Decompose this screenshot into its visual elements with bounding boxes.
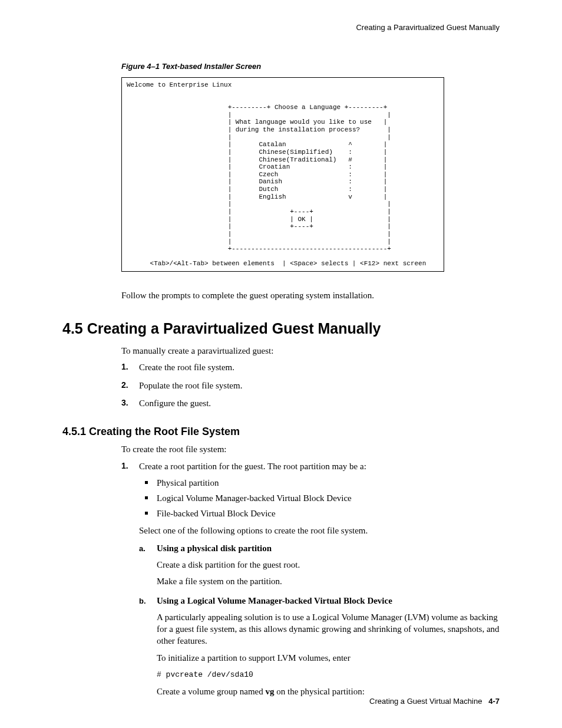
scroll-indicator: : [348,178,352,185]
scroll-indicator: : [348,149,352,156]
ok-button-frame: +----+ [290,223,313,230]
list-text: Populate the root file system. [139,381,242,390]
ok-button: | OK | [290,216,313,223]
lang-option: Chinese(Traditional) [259,156,336,163]
list-item: 2.Populate the root file system. [121,380,500,391]
scroll-indicator: ^ [348,141,352,148]
scroll-indicator: # [348,156,352,163]
option-a-heading: Using a physical disk partition [157,542,500,554]
text: Create a volume group named [157,687,266,696]
subsection-intro: To create the root file system: [121,443,500,455]
subsection-heading: 4.5.1 Creating the Root File System [62,424,500,439]
code-pvcreate: # pvcreate /dev/sda10 [157,670,500,680]
installer-help: <Tab>/<Alt-Tab> between elements | <Spac… [150,260,427,267]
scroll-indicator: v [348,193,352,200]
list-item: 1.Create the root file system. [121,361,500,373]
installer-prompt: during the installation process? [236,126,360,133]
lang-option: Czech [259,171,278,178]
list-text: Create the root file system. [139,363,234,372]
list-letter: b. [139,596,146,607]
list-text: File-backed Virtual Block Device [157,509,276,518]
ok-button-frame: +----+ [290,208,313,215]
subsection-number: 4.5.1 [62,426,86,437]
section-heading: 4.5 Creating a Paravirtualized Guest Man… [62,319,500,339]
list-number: 1. [121,460,128,472]
bold-text: vg [266,687,275,696]
lang-option: Croatian [259,163,290,170]
scroll-indicator: : [348,186,352,193]
subsection-steps: 1. Create a root partition for the guest… [121,460,500,698]
section-title: Creating a Paravirtualized Guest Manuall… [87,320,381,337]
lang-option: Chinese(Simplified) [259,149,332,156]
list-text: Logical Volume Manager-backed Virtual Bl… [157,493,352,503]
option-b-p1: A particularly appealing solution is to … [157,611,500,647]
installer-prompt: What language would you like to use [236,118,372,126]
lang-option: Danish [259,178,282,185]
scroll-indicator: : [348,171,352,178]
option-a-p2: Make a file system on the partition. [157,575,500,587]
lang-option: Dutch [259,186,278,193]
installer-title: Choose a Language [275,104,340,111]
lettered-options: a. Using a physical disk partition Creat… [139,542,500,698]
installer-welcome: Welcome to Enterprise Linux [127,81,232,88]
select-text: Select one of the following options to c… [139,525,500,536]
option-b-p2: To initialize a partition to support LVM… [157,652,500,664]
step1-intro: Create a root partition for the guest. T… [139,460,500,472]
list-item: a. Using a physical disk partition Creat… [139,542,500,588]
list-letter: a. [139,543,146,554]
text: on the physical partition: [275,687,365,696]
list-text: Physical partition [157,478,219,487]
section-intro: To manually create a paravirtualized gue… [121,345,500,357]
installer-rule: +---------+ [345,104,388,111]
list-item: 3.Configure the guest. [121,397,500,409]
scroll-indicator: : [348,163,352,170]
section-number: 4.5 [62,320,83,337]
figure-caption: Figure 4–1 Text-based Installer Screen [121,61,500,72]
list-item: Logical Volume Manager-backed Virtual Bl… [139,492,500,504]
installer-screenshot: Welcome to Enterprise Linux +---------+ … [121,77,444,272]
list-number: 2. [121,380,128,391]
page-footer: Creating a Guest Virtual Machine 4-7 [369,696,500,707]
after-figure-text: Follow the prompts to complete the guest… [121,289,500,301]
lang-option: English [259,193,286,200]
list-item: 1. Create a root partition for the guest… [121,460,500,698]
option-b-heading: Using a Logical Volume Manager-backed Vi… [157,595,500,607]
list-item: File-backed Virtual Block Device [139,508,500,519]
lang-option: Catalan [259,141,286,148]
partition-options: Physical partition Logical Volume Manage… [139,477,500,520]
page-number: 4-7 [488,697,500,706]
running-header: Creating a Paravirtualized Guest Manuall… [62,22,500,33]
installer-rule: +---------------------------------------… [228,245,391,252]
option-a-p1: Create a disk partition for the guest ro… [157,559,500,571]
list-number: 3. [121,397,128,409]
footer-text: Creating a Guest Virtual Machine [369,697,482,706]
list-item: b. Using a Logical Volume Manager-backed… [139,595,500,698]
section-steps: 1.Create the root file system. 2.Populat… [121,361,500,409]
installer-rule: +---------+ [228,104,271,111]
list-text: Configure the guest. [139,398,211,408]
list-number: 1. [121,361,128,373]
subsection-title: Creating the Root File System [89,426,240,437]
list-item: Physical partition [139,477,500,489]
